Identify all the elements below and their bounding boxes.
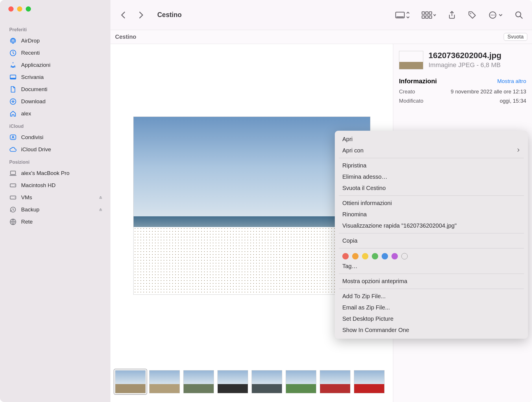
toolbar: Cestino	[110, 0, 532, 30]
sidebar-item-label: Condivisi	[21, 134, 43, 141]
timemachine-icon	[9, 206, 17, 213]
sidebar-item-label: Backup	[21, 206, 39, 213]
sidebar-item[interactable]: Recenti	[7, 47, 105, 59]
svg-rect-14	[422, 12, 425, 14]
view-mode-button[interactable]	[395, 11, 409, 19]
menu-item[interactable]: Apri	[335, 134, 528, 145]
thumbnail[interactable]	[149, 370, 180, 393]
clock-icon	[9, 49, 17, 57]
thumbnail[interactable]	[252, 370, 282, 393]
sidebar-item-label: Recenti	[21, 50, 40, 56]
tag-color[interactable]	[352, 253, 359, 259]
hdd-icon	[9, 194, 17, 201]
thumbnail[interactable]	[115, 370, 146, 393]
eject-icon[interactable]	[98, 207, 103, 213]
menu-item[interactable]: Copia	[335, 235, 528, 246]
minimize-window-button[interactable]	[17, 6, 22, 12]
menu-item[interactable]: Svuota il Cestino	[335, 182, 528, 194]
svg-point-20	[470, 13, 471, 14]
info-label: Modificato	[399, 98, 423, 104]
thumbnail[interactable]	[286, 370, 316, 393]
tag-color[interactable]	[362, 253, 368, 259]
sidebar-item-label: iCloud Drive	[21, 146, 51, 153]
show-more-link[interactable]: Mostra altro	[497, 78, 526, 84]
sidebar-item[interactable]: Scrivania	[7, 71, 105, 83]
sidebar-item[interactable]: alex's MacBook Pro	[7, 167, 105, 179]
menu-item[interactable]: Set Desktop Picture	[335, 313, 528, 324]
thumbnail[interactable]	[183, 370, 214, 393]
window-controls	[8, 6, 105, 12]
sidebar-item[interactable]: VMs	[7, 191, 105, 204]
sidebar-item-label: Rete	[21, 219, 33, 225]
home-icon	[9, 110, 17, 117]
menu-item[interactable]: Rinomina	[335, 209, 528, 220]
svg-point-24	[494, 14, 494, 15]
sidebar-item-label: VMs	[21, 194, 32, 201]
sidebar-item[interactable]: Download	[7, 95, 105, 108]
apps-icon	[9, 61, 17, 69]
eject-icon[interactable]	[98, 195, 103, 200]
menu-item[interactable]: Mostra opzioni anteprima	[335, 276, 528, 287]
tag-color[interactable]	[401, 253, 408, 259]
svg-rect-13	[396, 16, 404, 17]
menu-item[interactable]: Visualizzazione rapida "1620736202004.jp…	[335, 220, 528, 231]
share-button[interactable]	[448, 11, 456, 19]
menu-separator	[339, 289, 524, 289]
menu-item[interactable]: Ottieni informazioni	[335, 198, 528, 209]
sidebar-item[interactable]: Documenti	[7, 83, 105, 95]
svg-point-8	[14, 185, 15, 186]
menu-separator	[339, 233, 524, 233]
search-button[interactable]	[515, 11, 523, 19]
info-row: Modificatooggi, 15:34	[399, 98, 526, 104]
thumbnail[interactable]	[354, 370, 385, 393]
tag-color[interactable]	[342, 253, 349, 259]
thumbnail[interactable]	[217, 370, 248, 393]
sidebar: PreferitiAirDropRecentiApplicazioniScriv…	[0, 0, 110, 402]
menu-separator	[339, 274, 524, 274]
svg-rect-18	[426, 16, 428, 18]
menu-item[interactable]: Tag…	[335, 261, 528, 272]
sidebar-item[interactable]: Rete	[7, 216, 105, 228]
tag-color[interactable]	[372, 253, 378, 259]
tags-button[interactable]	[468, 11, 476, 19]
hdd-icon	[9, 182, 17, 189]
sidebar-item[interactable]: Macintosh HD	[7, 179, 105, 191]
sidebar-item[interactable]: AirDrop	[7, 35, 105, 47]
laptop-icon	[9, 169, 17, 177]
sidebar-item[interactable]: alex	[7, 108, 105, 120]
menu-item[interactable]: Email as Zip File...	[335, 302, 528, 313]
menu-item[interactable]: Ripristina	[335, 160, 528, 171]
actions-button[interactable]	[488, 11, 503, 19]
menu-item[interactable]: Show In Commander One	[335, 324, 528, 336]
tag-color[interactable]	[391, 253, 398, 259]
thumbnails-strip	[110, 367, 393, 402]
window-title: Cestino	[157, 11, 182, 19]
sidebar-item[interactable]: iCloud Drive	[7, 143, 105, 156]
fullscreen-window-button[interactable]	[26, 6, 31, 12]
svg-point-22	[491, 14, 492, 15]
path-bar: Cestino Svuota	[110, 30, 532, 44]
sidebar-item-label: Scrivania	[21, 74, 44, 80]
tag-color[interactable]	[382, 253, 388, 259]
menu-item[interactable]: Apri con	[335, 145, 528, 156]
menu-separator	[339, 158, 524, 158]
empty-trash-button[interactable]: Svuota	[504, 33, 527, 41]
thumbnail[interactable]	[320, 370, 350, 393]
sidebar-item[interactable]: Backup	[7, 204, 105, 216]
close-window-button[interactable]	[8, 6, 14, 12]
cloud-icon	[9, 146, 17, 153]
nav-forward-button[interactable]	[136, 11, 145, 19]
nav-back-button[interactable]	[119, 11, 128, 19]
sidebar-item[interactable]: Condivisi	[7, 131, 105, 143]
svg-point-23	[492, 14, 493, 15]
menu-item[interactable]: Elimina adesso…	[335, 171, 528, 182]
group-button[interactable]	[421, 11, 436, 19]
sidebar-item[interactable]: Applicazioni	[7, 59, 105, 71]
menu-separator	[339, 248, 524, 248]
menu-separator	[339, 196, 524, 196]
sidebar-item-label: alex's MacBook Pro	[21, 170, 69, 176]
menu-item[interactable]: Add To Zip File...	[335, 291, 528, 302]
svg-point-10	[14, 197, 15, 198]
svg-rect-16	[429, 12, 432, 14]
svg-rect-15	[426, 12, 428, 14]
